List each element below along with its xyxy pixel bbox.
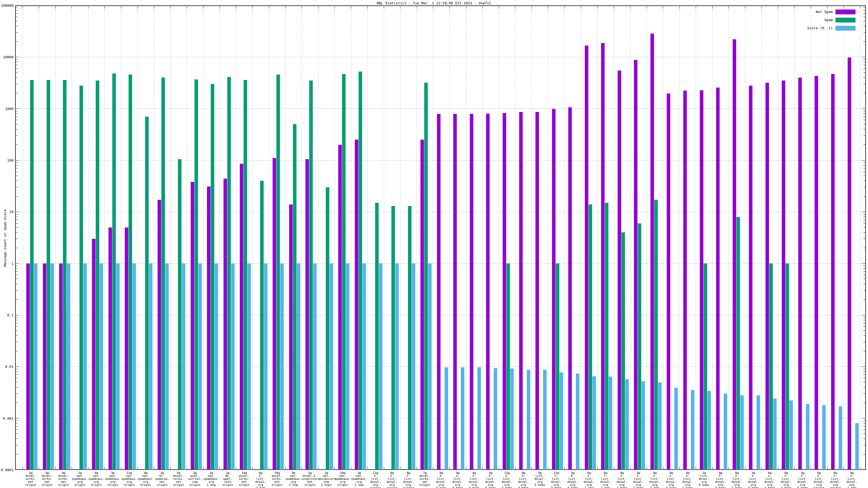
bar-spam	[194, 79, 198, 469]
bar-spam	[63, 80, 66, 469]
x-tick-bottom	[564, 466, 565, 469]
x-tick-bottom	[614, 466, 614, 469]
x-tick-top	[532, 6, 532, 9]
y-minor-tick-left	[16, 59, 18, 60]
x-tick-label: 3@ zen. spamhaus. org 1 hop	[351, 471, 367, 486]
x-tick-bottom	[104, 466, 105, 469]
y-minor-tick-left	[16, 284, 18, 284]
x-tick-label: 9@ Y. list. dnswl. org 4 hops	[712, 471, 728, 488]
x-tick-label: 6@ Y. list. dnswl. org 2 hops	[778, 471, 794, 488]
h-gridline	[15, 160, 866, 161]
bar-score-0-1-	[198, 263, 202, 469]
bar-not-spam	[305, 159, 309, 469]
bar-spam	[737, 217, 740, 469]
x-tick-bottom	[696, 466, 696, 469]
y-minor-tick-right	[863, 317, 865, 318]
bar-not-spam	[503, 113, 506, 469]
x-tick-top	[778, 6, 778, 9]
x-tick-label: 9@ zen. spamhaus. org origin	[137, 471, 154, 486]
y-minor-tick-left	[16, 168, 18, 168]
y-minor-tick-right	[863, 162, 865, 163]
x-tick-bottom	[778, 466, 778, 469]
x-tick-bottom	[515, 466, 516, 469]
y-minor-tick-left	[16, 120, 18, 120]
bar-not-spam	[601, 43, 604, 469]
x-tick-label: 9@ zen. spamhaus. org 1 hop	[285, 471, 302, 486]
x-tick-top	[269, 6, 269, 9]
y-minor-tick-left	[16, 323, 18, 323]
y-major-tick-left	[16, 160, 19, 161]
y-minor-tick-left	[16, 68, 18, 69]
bar-not-spam	[700, 90, 703, 469]
y-minor-tick-left	[16, 196, 18, 197]
x-tick-top	[466, 6, 466, 9]
y-minor-tick-right	[863, 271, 865, 272]
rbl-statistics-chart: RBL Statistics - Tue Mar 1 12:58:06 EST …	[0, 0, 868, 488]
x-tick-top	[564, 6, 565, 9]
y-minor-tick-left	[16, 274, 18, 275]
bar-not-spam	[535, 112, 539, 469]
bar-not-spam	[470, 114, 473, 469]
bar-spam	[506, 263, 510, 469]
bar-score-0-1-	[674, 388, 678, 469]
x-tick-top	[121, 6, 121, 9]
y-minor-tick-left	[16, 320, 18, 320]
v-gridline	[450, 5, 450, 470]
x-tick-label: 9@ 2. list. dnswl. org 2 hops	[729, 471, 745, 488]
y-major-tick-right	[862, 160, 865, 161]
y-minor-tick-right	[863, 26, 865, 26]
bar-score-0-1-	[444, 367, 448, 469]
y-minor-tick-right	[863, 323, 865, 323]
v-gridline	[416, 5, 417, 470]
bar-not-spam	[749, 86, 752, 469]
y-minor-tick-right	[863, 274, 865, 275]
y-minor-tick-left	[16, 266, 18, 266]
y-minor-tick-right	[863, 438, 865, 439]
bar-spam	[30, 80, 34, 469]
y-minor-tick-left	[16, 165, 18, 165]
x-tick-bottom	[712, 466, 713, 469]
y-minor-tick-right	[863, 330, 865, 331]
x-tick-top	[236, 6, 236, 9]
v-gridline	[285, 5, 286, 470]
y-minor-tick-right	[863, 196, 865, 197]
y-minor-tick-right	[863, 17, 865, 17]
bar-score-0-1-	[83, 263, 87, 469]
y-minor-tick-right	[863, 220, 865, 220]
bar-spam	[112, 73, 116, 469]
x-tick-top	[515, 6, 516, 9]
y-minor-tick-left	[16, 214, 18, 215]
x-tick-bottom	[55, 466, 56, 469]
bar-not-spam	[421, 140, 424, 469]
y-minor-tick-right	[863, 129, 865, 129]
y-minor-tick-right	[863, 214, 865, 215]
bar-score-0-1-	[182, 263, 185, 469]
bar-score-0-1-	[477, 367, 481, 469]
y-minor-tick-left	[16, 26, 18, 26]
y-minor-tick-left	[16, 220, 18, 220]
bar-score-0-1-	[132, 263, 136, 469]
bar-not-spam	[125, 227, 128, 469]
x-tick-bottom	[647, 466, 647, 469]
bar-score-0-1-	[116, 263, 120, 469]
x-tick-label: 2@ db. wpbl. info origin	[220, 471, 236, 486]
bar-not-spam	[59, 263, 63, 469]
v-gridline	[614, 5, 614, 470]
v-gridline	[712, 5, 713, 470]
legend-item-score: Score (0..1)	[752, 26, 856, 31]
x-tick-top	[663, 6, 663, 9]
y-minor-tick-right	[863, 13, 865, 13]
bar-spam	[589, 204, 592, 469]
bar-spam	[424, 83, 428, 469]
y-minor-tick-left	[16, 232, 18, 233]
bar-score-0-1-	[592, 376, 596, 469]
bar-spam	[96, 80, 99, 469]
y-minor-tick-left	[16, 41, 18, 42]
y-minor-tick-left	[16, 248, 18, 248]
x-tick-top	[630, 6, 630, 9]
y-minor-tick-left	[16, 335, 18, 336]
x-tick-bottom	[23, 466, 23, 469]
bar-spam	[276, 74, 280, 469]
y-minor-tick-right	[863, 120, 865, 120]
y-minor-tick-right	[863, 68, 865, 69]
